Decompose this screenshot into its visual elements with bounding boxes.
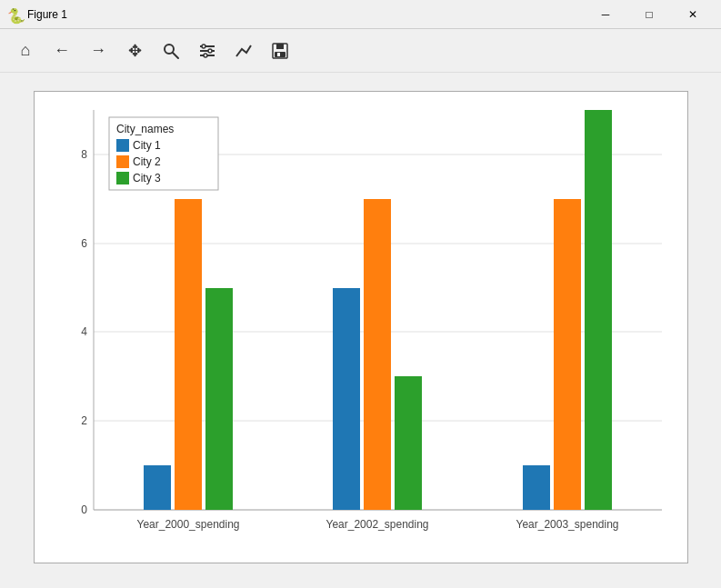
back-button[interactable]: ←: [45, 35, 78, 67]
svg-point-5: [202, 45, 205, 48]
bar-2002-city3: [395, 376, 422, 510]
window-title: Figure 1: [27, 8, 585, 21]
legend-color-city2: [116, 155, 129, 168]
x-label-2003: Year_2003_spending: [516, 518, 618, 531]
bar-2002-city2: [364, 199, 391, 510]
pan-button[interactable]: ✥: [118, 35, 151, 67]
save-button[interactable]: [264, 35, 296, 67]
minimize-button[interactable]: ─: [585, 4, 626, 25]
svg-point-7: [204, 54, 207, 57]
bar-2003-city3: [585, 110, 612, 510]
forward-button[interactable]: →: [82, 35, 115, 67]
legend-label-city1: City 1: [133, 139, 161, 152]
svg-line-1: [173, 53, 178, 58]
close-button[interactable]: ✕: [672, 4, 714, 25]
home-button[interactable]: ⌂: [9, 35, 42, 67]
svg-text:8: 8: [81, 148, 87, 161]
svg-rect-9: [276, 44, 284, 49]
chart: 0 2 4 6 8: [34, 91, 688, 563]
x-label-2000: Year_2000_spending: [136, 518, 239, 531]
legend-label-city3: City 3: [133, 172, 161, 184]
maximize-button[interactable]: □: [628, 4, 670, 25]
svg-text:0: 0: [81, 503, 87, 516]
bar-2003-city1: [523, 465, 550, 510]
chart-svg: 0 2 4 6 8: [35, 92, 689, 564]
zoom-button[interactable]: [155, 35, 187, 67]
title-bar: 🐍 Figure 1 ─ □ ✕: [0, 0, 721, 29]
bar-2000-city1: [144, 465, 171, 510]
bar-2003-city2: [554, 199, 581, 510]
svg-text:4: 4: [81, 325, 87, 338]
svg-text:2: 2: [81, 414, 87, 427]
svg-rect-11: [277, 53, 280, 56]
app-icon: 🐍: [7, 7, 22, 22]
legend-color-city1: [116, 139, 129, 152]
svg-text:6: 6: [81, 237, 87, 250]
bar-2000-city2: [175, 199, 202, 510]
edit-axis-button[interactable]: [227, 35, 260, 67]
svg-point-6: [208, 49, 212, 53]
chart-container: 0 2 4 6 8: [0, 91, 721, 588]
x-label-2002: Year_2002_spending: [325, 518, 428, 531]
configure-button[interactable]: [191, 35, 224, 67]
legend-title: City_names: [116, 123, 174, 135]
bar-2000-city3: [205, 288, 233, 510]
bar-2002-city1: [333, 288, 360, 510]
legend-color-city3: [116, 172, 129, 184]
toolbar: ⌂ ← → ✥: [0, 29, 721, 73]
legend-label-city2: City 2: [133, 155, 161, 168]
window-controls: ─ □ ✕: [585, 4, 714, 25]
